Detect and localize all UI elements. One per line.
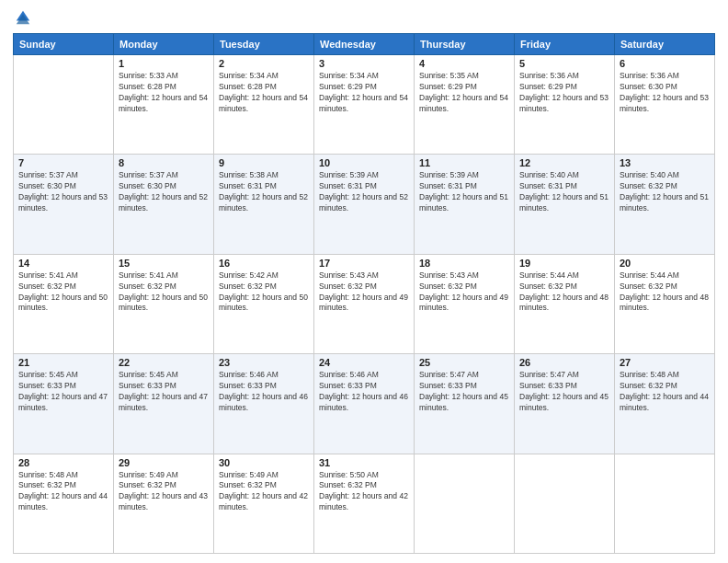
calendar-day-cell: 10Sunrise: 5:39 AMSunset: 6:31 PMDayligh…: [314, 155, 415, 254]
day-info: Sunrise: 5:49 AMSunset: 6:32 PMDaylight:…: [119, 470, 209, 514]
day-info: Sunrise: 5:36 AMSunset: 6:29 PMDaylight:…: [519, 71, 609, 115]
day-number: 3: [319, 58, 409, 69]
logo-icon: [15, 9, 31, 26]
day-info: Sunrise: 5:48 AMSunset: 6:32 PMDaylight:…: [620, 370, 710, 414]
day-number: 5: [519, 58, 609, 69]
calendar-day-cell: 12Sunrise: 5:40 AMSunset: 6:31 PMDayligh…: [515, 155, 615, 254]
calendar-day-cell: 16Sunrise: 5:42 AMSunset: 6:32 PMDayligh…: [214, 254, 314, 353]
calendar-day-cell: 23Sunrise: 5:46 AMSunset: 6:33 PMDayligh…: [214, 354, 314, 454]
day-number: 7: [18, 157, 108, 168]
day-number: 26: [519, 357, 609, 368]
day-number: 30: [219, 457, 309, 468]
weekday-header-row: SundayMondayTuesdayWednesdayThursdayFrid…: [14, 34, 715, 55]
calendar-day-cell: 25Sunrise: 5:47 AMSunset: 6:33 PMDayligh…: [415, 354, 515, 454]
day-info: Sunrise: 5:41 AMSunset: 6:32 PMDaylight:…: [119, 270, 209, 315]
calendar-day-cell: 22Sunrise: 5:45 AMSunset: 6:33 PMDayligh…: [114, 354, 214, 454]
day-number: 19: [519, 258, 609, 269]
calendar-table: SundayMondayTuesdayWednesdayThursdayFrid…: [13, 33, 715, 554]
day-info: Sunrise: 5:34 AMSunset: 6:28 PMDaylight:…: [219, 71, 309, 115]
calendar-day-cell: 8Sunrise: 5:37 AMSunset: 6:30 PMDaylight…: [114, 155, 214, 254]
day-info: Sunrise: 5:35 AMSunset: 6:29 PMDaylight:…: [419, 71, 509, 115]
weekday-header-wednesday: Wednesday: [314, 34, 415, 55]
day-number: 25: [419, 357, 509, 368]
calendar-day-cell: 14Sunrise: 5:41 AMSunset: 6:32 PMDayligh…: [14, 254, 114, 353]
calendar-day-cell: 19Sunrise: 5:44 AMSunset: 6:32 PMDayligh…: [515, 254, 615, 353]
calendar-day-cell: 30Sunrise: 5:49 AMSunset: 6:32 PMDayligh…: [214, 454, 314, 553]
day-number: 15: [119, 258, 209, 269]
calendar-day-cell: 15Sunrise: 5:41 AMSunset: 6:32 PMDayligh…: [114, 254, 214, 353]
day-info: Sunrise: 5:46 AMSunset: 6:33 PMDaylight:…: [319, 370, 409, 414]
day-info: Sunrise: 5:47 AMSunset: 6:33 PMDaylight:…: [519, 370, 609, 414]
day-number: 2: [219, 58, 309, 69]
calendar-day-cell: 5Sunrise: 5:36 AMSunset: 6:29 PMDaylight…: [515, 55, 615, 155]
calendar-day-cell: 27Sunrise: 5:48 AMSunset: 6:32 PMDayligh…: [615, 354, 715, 454]
day-number: 29: [119, 457, 209, 468]
day-info: Sunrise: 5:47 AMSunset: 6:33 PMDaylight:…: [419, 370, 509, 414]
empty-cell: [14, 55, 114, 155]
day-number: 24: [319, 357, 409, 368]
calendar-day-cell: 3Sunrise: 5:34 AMSunset: 6:29 PMDaylight…: [314, 55, 415, 155]
day-info: Sunrise: 5:43 AMSunset: 6:32 PMDaylight:…: [319, 270, 409, 315]
day-info: Sunrise: 5:44 AMSunset: 6:32 PMDaylight:…: [620, 270, 710, 315]
day-number: 6: [620, 58, 710, 69]
calendar-week-row: 21Sunrise: 5:45 AMSunset: 6:33 PMDayligh…: [14, 354, 715, 454]
calendar-day-cell: 20Sunrise: 5:44 AMSunset: 6:32 PMDayligh…: [615, 254, 715, 353]
calendar-week-row: 7Sunrise: 5:37 AMSunset: 6:30 PMDaylight…: [14, 155, 715, 254]
empty-cell: [515, 454, 615, 553]
day-number: 10: [319, 157, 409, 168]
day-number: 27: [620, 357, 710, 368]
calendar-day-cell: 18Sunrise: 5:43 AMSunset: 6:32 PMDayligh…: [415, 254, 515, 353]
logo: [13, 13, 31, 26]
day-info: Sunrise: 5:48 AMSunset: 6:32 PMDaylight:…: [18, 470, 108, 514]
weekday-header-sunday: Sunday: [14, 34, 114, 55]
day-info: Sunrise: 5:42 AMSunset: 6:32 PMDaylight:…: [219, 270, 309, 315]
header: [13, 9, 715, 26]
day-info: Sunrise: 5:46 AMSunset: 6:33 PMDaylight:…: [219, 370, 309, 414]
calendar-day-cell: 28Sunrise: 5:48 AMSunset: 6:32 PMDayligh…: [14, 454, 114, 553]
day-number: 23: [219, 357, 309, 368]
empty-cell: [415, 454, 515, 553]
day-info: Sunrise: 5:49 AMSunset: 6:32 PMDaylight:…: [219, 470, 309, 514]
weekday-header-monday: Monday: [114, 34, 214, 55]
day-number: 11: [419, 157, 509, 168]
day-number: 28: [18, 457, 108, 468]
day-number: 4: [419, 58, 509, 69]
day-number: 16: [219, 258, 309, 269]
day-number: 13: [620, 157, 710, 168]
calendar-day-cell: 21Sunrise: 5:45 AMSunset: 6:33 PMDayligh…: [14, 354, 114, 454]
day-number: 21: [18, 357, 108, 368]
calendar-day-cell: 31Sunrise: 5:50 AMSunset: 6:32 PMDayligh…: [314, 454, 415, 553]
day-number: 17: [319, 258, 409, 269]
day-info: Sunrise: 5:39 AMSunset: 6:31 PMDaylight:…: [319, 170, 409, 214]
day-info: Sunrise: 5:40 AMSunset: 6:31 PMDaylight:…: [519, 170, 609, 214]
weekday-header-tuesday: Tuesday: [214, 34, 314, 55]
day-info: Sunrise: 5:43 AMSunset: 6:32 PMDaylight:…: [419, 270, 509, 315]
calendar-day-cell: 1Sunrise: 5:33 AMSunset: 6:28 PMDaylight…: [114, 55, 214, 155]
calendar-day-cell: 13Sunrise: 5:40 AMSunset: 6:32 PMDayligh…: [615, 155, 715, 254]
weekday-header-thursday: Thursday: [415, 34, 515, 55]
day-info: Sunrise: 5:34 AMSunset: 6:29 PMDaylight:…: [319, 71, 409, 115]
calendar-day-cell: 4Sunrise: 5:35 AMSunset: 6:29 PMDaylight…: [415, 55, 515, 155]
weekday-header-saturday: Saturday: [615, 34, 715, 55]
calendar-day-cell: 11Sunrise: 5:39 AMSunset: 6:31 PMDayligh…: [415, 155, 515, 254]
calendar-week-row: 28Sunrise: 5:48 AMSunset: 6:32 PMDayligh…: [14, 454, 715, 553]
day-number: 9: [219, 157, 309, 168]
day-info: Sunrise: 5:39 AMSunset: 6:31 PMDaylight:…: [419, 170, 509, 214]
calendar-day-cell: 6Sunrise: 5:36 AMSunset: 6:30 PMDaylight…: [615, 55, 715, 155]
day-number: 1: [119, 58, 209, 69]
calendar-day-cell: 24Sunrise: 5:46 AMSunset: 6:33 PMDayligh…: [314, 354, 415, 454]
day-info: Sunrise: 5:50 AMSunset: 6:32 PMDaylight:…: [319, 470, 409, 514]
calendar-day-cell: 26Sunrise: 5:47 AMSunset: 6:33 PMDayligh…: [515, 354, 615, 454]
calendar-day-cell: 29Sunrise: 5:49 AMSunset: 6:32 PMDayligh…: [114, 454, 214, 553]
day-info: Sunrise: 5:41 AMSunset: 6:32 PMDaylight:…: [18, 270, 108, 315]
day-info: Sunrise: 5:37 AMSunset: 6:30 PMDaylight:…: [18, 170, 108, 214]
day-number: 31: [319, 457, 409, 468]
day-info: Sunrise: 5:44 AMSunset: 6:32 PMDaylight:…: [519, 270, 609, 315]
day-info: Sunrise: 5:40 AMSunset: 6:32 PMDaylight:…: [620, 170, 710, 214]
calendar-week-row: 14Sunrise: 5:41 AMSunset: 6:32 PMDayligh…: [14, 254, 715, 353]
calendar-day-cell: 9Sunrise: 5:38 AMSunset: 6:31 PMDaylight…: [214, 155, 314, 254]
day-info: Sunrise: 5:38 AMSunset: 6:31 PMDaylight:…: [219, 170, 309, 214]
day-info: Sunrise: 5:33 AMSunset: 6:28 PMDaylight:…: [119, 71, 209, 115]
calendar-day-cell: 2Sunrise: 5:34 AMSunset: 6:28 PMDaylight…: [214, 55, 314, 155]
day-number: 22: [119, 357, 209, 368]
